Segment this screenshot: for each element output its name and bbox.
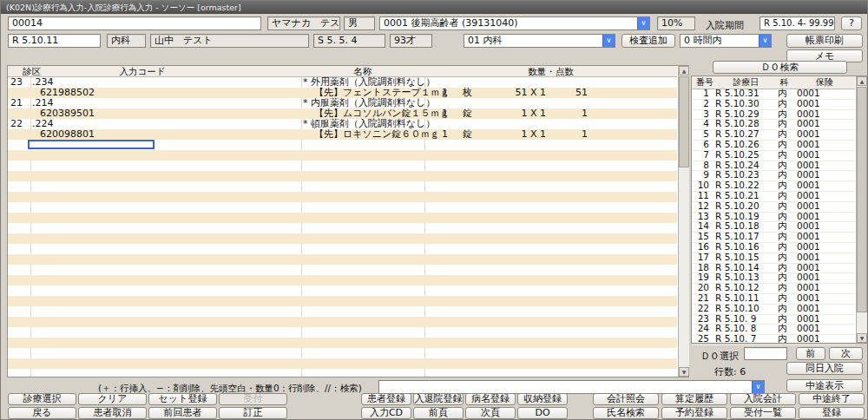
visit-date-field[interactable]: R 5.10.11: [8, 34, 101, 48]
table-row[interactable]: [8, 317, 677, 327]
account-inquiry-button[interactable]: 会計照会: [593, 393, 659, 405]
cell-code: 620098801: [40, 129, 95, 140]
app-window: (K02N)診療行為入力-入院診療行為入力 - ソーソー [ormaster] …: [0, 0, 868, 420]
clear-button[interactable]: クリア: [78, 393, 147, 405]
exam-add-button[interactable]: 検査追加: [621, 34, 675, 48]
birth-date-field: S 5. 5. 4: [313, 34, 385, 48]
do-list-scrollbar[interactable]: ▲ ▼: [856, 76, 867, 343]
table-row[interactable]: [8, 202, 677, 213]
do-cell-insurance: 0001: [797, 253, 820, 263]
register-button[interactable]: 登録: [799, 407, 865, 419]
insurance-select[interactable]: 0001 後期高齢者 (39131040) ∨: [379, 16, 650, 30]
kana-name-field: ヤマナカ テスト: [267, 16, 340, 30]
same-day-admission-button[interactable]: 同日入院: [786, 362, 863, 375]
table-row[interactable]: [8, 233, 677, 244]
prev-page-button[interactable]: 前頁: [413, 407, 464, 419]
admission-register-button[interactable]: 入退院登録: [413, 393, 464, 405]
next-page-button[interactable]: 次頁: [465, 407, 516, 419]
table-row[interactable]: [8, 358, 677, 369]
time-dropdown-arrow-icon[interactable]: ∨: [759, 34, 772, 48]
midway-end-button[interactable]: 中途終了: [799, 393, 865, 405]
do-cell-dept: 内: [778, 150, 787, 161]
print-button[interactable]: 帳票印刷: [786, 34, 863, 48]
do-prev-button[interactable]: 前: [796, 347, 825, 360]
scroll-up-icon[interactable]: ▲: [857, 76, 867, 86]
department-dropdown-arrow-icon[interactable]: ∨: [602, 34, 615, 48]
cell-quantity: 1: [427, 129, 448, 140]
help-button[interactable]: ?: [841, 16, 862, 30]
time-select[interactable]: 0 時間内 ∨: [680, 34, 772, 48]
table-row[interactable]: [8, 244, 677, 254]
admission-period-field[interactable]: R 5.10. 4- 99.99.99: [760, 16, 835, 30]
table-row[interactable]: [8, 275, 677, 285]
scroll-thumb[interactable]: [679, 76, 689, 167]
do-history-list: 番号 診療日 科 保険 1R 5.10.31内00012R 5.10.30内00…: [691, 75, 867, 344]
table-row[interactable]: [8, 213, 677, 223]
table-row[interactable]: [8, 369, 677, 377]
entry-code-input[interactable]: [28, 140, 155, 149]
scroll-up-icon[interactable]: ▲: [679, 66, 689, 75]
quick-entry-select[interactable]: ∨: [378, 380, 765, 394]
do-cell-dept: 内: [778, 201, 787, 212]
table-row[interactable]: [8, 296, 677, 306]
table-row[interactable]: [8, 327, 677, 338]
midway-display-button[interactable]: 中途表示: [786, 379, 863, 392]
header-code: 入力コード: [56, 66, 229, 76]
table-row[interactable]: [8, 161, 677, 171]
table-row[interactable]: [8, 223, 677, 233]
name-search-button[interactable]: 氏名検索: [593, 407, 659, 419]
cell-unit: 錠: [463, 129, 472, 140]
table-row[interactable]: [8, 338, 677, 348]
table-row[interactable]: 620098801【先】ロキソニン錠６０ｍｇ1錠1 X 11: [8, 129, 677, 140]
do-header-no: 番号: [692, 76, 718, 89]
patient-id-field[interactable]: 00014: [8, 16, 261, 30]
previous-patient-button[interactable]: 前回患者: [148, 407, 217, 419]
do-cell-date: R 5.10.15: [715, 253, 760, 263]
do-list-row[interactable]: 25R 5.10. 7内0001: [692, 334, 855, 345]
input-cd-button[interactable]: 入力CD: [361, 407, 411, 419]
table-row[interactable]: [8, 348, 677, 358]
admission-period-label: 入院期間: [706, 19, 744, 32]
calc-history-button[interactable]: 算定履歴: [661, 393, 727, 405]
scroll-down-icon[interactable]: ▼: [679, 367, 689, 377]
header-sinku: 診区: [8, 66, 56, 76]
entry-table: 診区 入力コード 名称 数量・点数 23.234* 外用薬剤（入院調剤料なし）6…: [7, 65, 689, 377]
correction-button[interactable]: 訂正: [219, 407, 287, 419]
scroll-thumb[interactable]: [857, 87, 867, 312]
do-select-input[interactable]: [744, 347, 787, 360]
inpatient-accounting-button[interactable]: 入院会計: [730, 393, 796, 405]
insurance-dropdown-arrow-icon[interactable]: ∨: [637, 16, 650, 30]
cell-name: 【先】ロキソニン錠６０ｍｇ: [314, 129, 439, 140]
do-cell-date: R 5.10. 7: [715, 334, 756, 345]
table-row[interactable]: [8, 254, 677, 265]
do-search-button[interactable]: ＤＯ検索: [713, 61, 847, 74]
table-row[interactable]: [8, 285, 677, 296]
do-button[interactable]: DO: [517, 407, 568, 419]
set-register-button[interactable]: セット登録: [148, 393, 217, 405]
cancel-patient-button[interactable]: 患者取消: [78, 407, 147, 419]
reservation-register-button[interactable]: 予約登録: [661, 407, 727, 419]
table-row[interactable]: [8, 306, 677, 317]
patient-register-button[interactable]: 患者登録: [361, 393, 411, 405]
back-button[interactable]: 戻る: [8, 407, 76, 419]
do-header-dept: 科: [774, 76, 794, 89]
do-next-button[interactable]: 次: [829, 347, 863, 360]
table-row[interactable]: [8, 265, 677, 275]
do-cell-dept: 内: [778, 334, 787, 345]
reception-list-button[interactable]: 受付一覧: [730, 407, 796, 419]
table-row[interactable]: [8, 181, 677, 192]
table-row[interactable]: [8, 140, 677, 150]
scroll-down-icon[interactable]: ▼: [857, 333, 867, 343]
table-row[interactable]: [8, 171, 677, 181]
table-row[interactable]: [8, 192, 677, 202]
payment-register-button[interactable]: 収納登録: [517, 393, 568, 405]
table-row[interactable]: [8, 150, 677, 161]
cell-total: 1: [555, 129, 588, 140]
insurance-value: 0001 後期高齢者 (39131040): [384, 17, 518, 29]
entry-table-scrollbar[interactable]: ▲ ▼: [678, 66, 689, 377]
disease-register-button[interactable]: 病名登録: [465, 393, 516, 405]
select-treatment-button[interactable]: 診療選択: [8, 393, 76, 405]
reception-button: 受付: [219, 393, 287, 405]
quick-entry-dropdown-arrow-icon[interactable]: ∨: [752, 380, 765, 394]
department-select[interactable]: 01 内科 ∨: [464, 34, 615, 48]
